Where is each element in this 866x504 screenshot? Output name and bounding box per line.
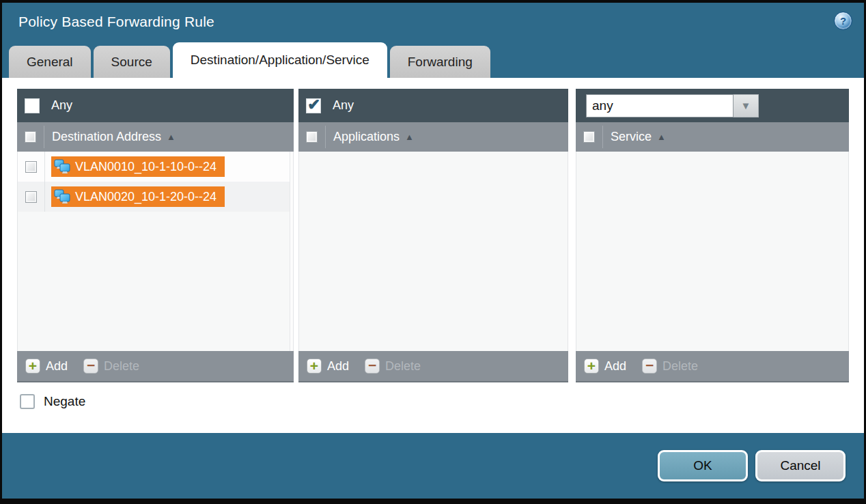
delete-button[interactable]: Delete (104, 359, 139, 374)
chevron-down-icon: ▼ (741, 100, 751, 111)
destination-column-title[interactable]: Destination Address (52, 130, 161, 144)
tab-general[interactable]: General (9, 46, 91, 78)
negate-row: Negate (20, 394, 864, 409)
destination-any-header: Any (17, 89, 294, 122)
destination-address-panel: Any Destination Address ▲ (17, 89, 294, 382)
delete-icon[interactable]: − (642, 359, 657, 374)
destination-rows: VLAN0010_10-1-10-0--24 (17, 152, 294, 351)
applications-any-label: Any (333, 98, 354, 113)
add-button[interactable]: Add (327, 359, 349, 374)
sort-asc-icon[interactable]: ▲ (167, 132, 176, 142)
service-panel: any ▼ Service ▲ + Add − Delete (576, 89, 849, 382)
header-divider (325, 126, 326, 148)
row-checkbox[interactable] (25, 161, 37, 173)
question-glyph: ? (840, 15, 846, 27)
tab-content: Any Destination Address ▲ (2, 78, 864, 433)
tab-destination-application-service[interactable]: Destination/Application/Service (173, 42, 387, 78)
help-icon[interactable]: ? (834, 12, 852, 30)
tab-source[interactable]: Source (94, 46, 170, 78)
applications-any-header: ✔ Any (298, 89, 568, 122)
destination-address-item[interactable]: VLAN0020_10-1-20-0--24 (51, 186, 225, 207)
dialog-title: Policy Based Forwarding Rule (18, 14, 214, 30)
network-address-icon (54, 159, 70, 174)
row-checkbox-cell (18, 152, 45, 182)
title-bar: Policy Based Forwarding Rule ? (2, 3, 864, 42)
tab-forwarding[interactable]: Forwarding (390, 46, 490, 78)
table-row: VLAN0020_10-1-20-0--24 (18, 182, 293, 212)
delete-icon[interactable]: − (83, 359, 98, 374)
table-row: VLAN0010_10-1-10-0--24 (18, 152, 293, 182)
network-address-icon (54, 189, 70, 204)
service-column-header: Service ▲ (576, 122, 849, 152)
add-button[interactable]: Add (46, 359, 68, 374)
applications-footer: + Add − Delete (298, 351, 568, 382)
applications-column-title[interactable]: Applications (333, 130, 400, 144)
service-footer: + Add − Delete (576, 351, 849, 382)
cancel-button[interactable]: Cancel (755, 450, 846, 481)
service-column-title[interactable]: Service (611, 130, 652, 144)
service-dropdown-header: any ▼ (576, 89, 849, 122)
add-button[interactable]: Add (604, 359, 626, 374)
destination-column-header: Destination Address ▲ (17, 122, 294, 152)
checkmark-icon: ✔ (307, 96, 320, 114)
add-icon[interactable]: + (584, 359, 599, 374)
add-icon[interactable]: + (307, 359, 322, 374)
sort-asc-icon[interactable]: ▲ (657, 132, 666, 142)
service-dropdown: any ▼ (586, 94, 759, 117)
row-checkbox-cell (18, 182, 45, 212)
header-divider (44, 126, 44, 148)
dialog-footer: OK Cancel (2, 433, 864, 499)
negate-label: Negate (44, 394, 85, 409)
applications-rows (298, 152, 568, 351)
negate-checkbox[interactable] (20, 394, 35, 409)
destination-any-label: Any (51, 98, 72, 113)
destination-select-all-checkbox[interactable] (25, 131, 36, 143)
scrollbar[interactable] (290, 152, 293, 351)
destination-address-item[interactable]: VLAN0010_10-1-10-0--24 (51, 156, 225, 177)
policy-forwarding-dialog: Policy Based Forwarding Rule ? General S… (2, 3, 864, 499)
tab-strip: General Source Destination/Application/S… (2, 42, 864, 78)
delete-button[interactable]: Delete (385, 359, 421, 374)
header-divider (602, 126, 603, 148)
delete-icon[interactable]: − (365, 359, 380, 374)
ok-button[interactable]: OK (658, 450, 748, 481)
applications-select-all-checkbox[interactable] (306, 131, 318, 143)
destination-footer: + Add − Delete (17, 351, 294, 382)
delete-button[interactable]: Delete (662, 359, 698, 374)
service-dropdown-button[interactable]: ▼ (734, 94, 759, 117)
applications-any-checkbox[interactable]: ✔ (306, 98, 321, 113)
row-checkbox[interactable] (25, 191, 37, 203)
destination-address-label: VLAN0010_10-1-10-0--24 (75, 160, 216, 174)
destination-address-label: VLAN0020_10-1-20-0--24 (75, 190, 216, 204)
service-dropdown-value[interactable]: any (586, 94, 734, 117)
service-select-all-checkbox[interactable] (583, 131, 595, 143)
add-icon[interactable]: + (25, 359, 40, 374)
applications-panel: ✔ Any Applications ▲ + Add − Delete (298, 89, 568, 382)
service-rows (576, 152, 849, 351)
destination-any-checkbox[interactable] (25, 98, 40, 113)
sort-asc-icon[interactable]: ▲ (405, 132, 414, 142)
applications-column-header: Applications ▲ (298, 122, 568, 152)
